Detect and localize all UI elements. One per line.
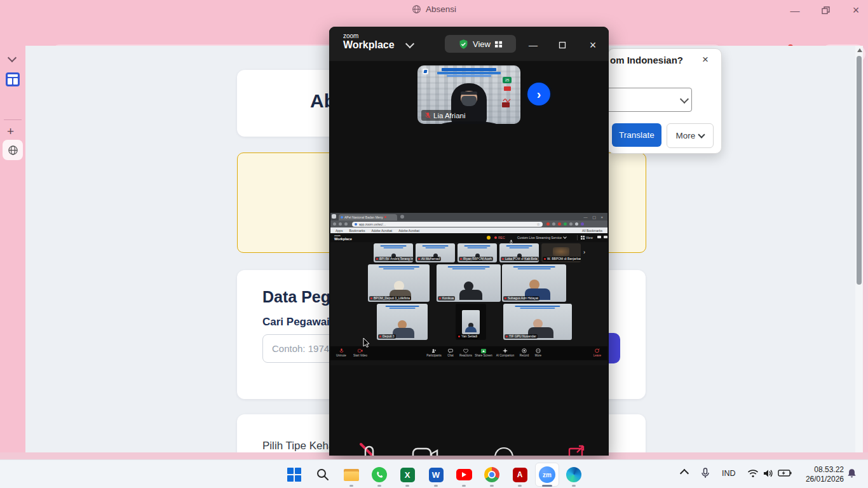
zoom-minimize-button[interactable]: — xyxy=(526,38,540,52)
zoom-unmute-button[interactable] xyxy=(355,442,386,456)
share-chat-control: Chat xyxy=(445,348,456,357)
tab-title-text: Absensi xyxy=(426,4,456,14)
share-unmute-control: Unmute xyxy=(333,348,349,357)
share-zoom-brand: zoom Workplace xyxy=(334,234,352,241)
tray-time: 08.53.22 xyxy=(799,465,844,475)
active-tab-title[interactable]: Absensi xyxy=(412,4,456,14)
window-close-button[interactable]: × xyxy=(848,3,864,17)
person-silhouette xyxy=(459,281,478,300)
new-tab-button[interactable]: + xyxy=(7,125,14,139)
share-participant-tile: Riyan BBPOM Aceh xyxy=(458,243,497,262)
excel-button[interactable]: X xyxy=(395,463,419,487)
share-address-row: app.zoom.us/wc/… ☆ xyxy=(330,220,607,227)
chrome-button[interactable] xyxy=(480,463,504,487)
share-camera-icons xyxy=(597,236,607,238)
share-warning-icon xyxy=(487,236,491,240)
zoom-maximize-button[interactable] xyxy=(555,38,569,52)
share-new-tab-icon xyxy=(400,215,404,219)
edge-button[interactable] xyxy=(562,463,586,487)
scrollbar-thumb[interactable] xyxy=(857,56,862,285)
share-participant-tile: Konikua xyxy=(437,264,501,302)
vertical-tab-strip: + xyxy=(0,46,25,452)
scrollbar-track[interactable] xyxy=(855,46,863,452)
more-button-label: More xyxy=(676,131,696,140)
running-indicator xyxy=(405,485,409,487)
zoom-start-video-button[interactable] xyxy=(410,446,438,456)
share-participant-tile: TIF GPU Nusandar xyxy=(503,304,572,340)
tray-mic-icon[interactable] xyxy=(700,467,710,480)
globe-icon xyxy=(412,4,421,14)
search-button[interactable] xyxy=(311,463,335,487)
window-minimize-button[interactable]: — xyxy=(787,3,803,17)
share-screen-control: Share Screen xyxy=(474,348,493,357)
file-explorer-button[interactable] xyxy=(339,463,363,487)
start-button[interactable] xyxy=(282,463,306,487)
share-view-control: View xyxy=(581,236,593,240)
running-indicator xyxy=(377,485,381,487)
tray-battery-icon[interactable] xyxy=(778,469,792,477)
tray-wifi-icon[interactable] xyxy=(747,468,759,478)
zoom-brand: zoom Workplace xyxy=(343,32,395,51)
participant-name-chip: Lia Afriani xyxy=(421,110,470,121)
bookmark-item: Adobe Acrobat xyxy=(398,229,419,233)
share-participant-tile: Subagus Adri Hidayat xyxy=(502,264,566,302)
restore-icon xyxy=(822,6,830,15)
youtube-button[interactable] xyxy=(452,463,476,487)
red-badge-logo xyxy=(504,86,511,91)
window-restore-button[interactable] xyxy=(817,3,834,17)
windows-logo-icon xyxy=(287,468,301,482)
running-indicator xyxy=(518,485,522,487)
zoom-close-button[interactable]: × xyxy=(586,38,600,52)
scroll-up-arrow[interactable] xyxy=(857,48,862,52)
translate-popup: om Indonesian? × Translate More xyxy=(607,48,722,154)
share-zoom-toolbar: Unmute Start Video Participants Chat Rea… xyxy=(330,346,607,360)
active-tab-favicon[interactable] xyxy=(3,140,23,160)
share-participant-tile: Yan Setiadi xyxy=(456,304,486,340)
zoom-taskbar-button[interactable]: zm xyxy=(535,463,559,487)
zoom-brand-chevron-icon[interactable] xyxy=(405,39,414,48)
acrobat-button[interactable]: A xyxy=(508,463,532,487)
background-banner xyxy=(437,68,501,77)
tray-date: 26/01/2026 xyxy=(799,475,844,484)
tray-volume-icon[interactable] xyxy=(763,468,774,478)
running-indicator xyxy=(572,485,576,487)
next-page-button[interactable]: › xyxy=(527,83,550,105)
tray-language-indicator[interactable]: IND xyxy=(722,469,736,478)
translate-button-label: Translate xyxy=(619,130,654,140)
popup-close-icon[interactable]: × xyxy=(698,53,712,67)
muted-mic-icon xyxy=(425,112,431,119)
zoom-app-icon: zm xyxy=(539,466,555,483)
share-lock-icon xyxy=(355,223,357,226)
share-bookmarks-bar: Apps Bookmarks Adobe Acrobat Adobe Acrob… xyxy=(330,227,607,233)
tray-expand-chevron[interactable] xyxy=(681,470,688,477)
tray-notification-bell[interactable] xyxy=(846,468,857,479)
tabs-divider xyxy=(4,119,22,120)
share-url-text: app.zoom.us/wc/… xyxy=(359,222,535,226)
shared-screen: APel Nasional Badan Meny — ▢ × app.zoom.… xyxy=(330,213,607,365)
zoom-reactions-button[interactable] xyxy=(493,446,515,456)
whatsapp-button[interactable] xyxy=(367,463,391,487)
word-button[interactable]: W xyxy=(424,463,448,487)
share-zoom-header: zoom Workplace REC Custom Live Streaming… xyxy=(330,233,607,242)
zoom-brand-top: zoom xyxy=(343,32,395,39)
share-reactions-control: Reactions xyxy=(458,348,474,357)
folder-icon xyxy=(344,469,359,481)
more-button[interactable]: More xyxy=(667,123,714,148)
search-icon xyxy=(316,468,330,482)
running-indicator xyxy=(462,485,466,487)
more-chevron-icon xyxy=(698,131,705,138)
workspace-tab-icon[interactable] xyxy=(6,72,20,86)
mouse-cursor xyxy=(363,337,370,350)
collapse-tabs-icon[interactable] xyxy=(8,53,17,62)
select-chevron-icon xyxy=(680,95,689,104)
tray-clock[interactable]: 08.53.22 26/01/2026 xyxy=(799,465,844,484)
running-indicator xyxy=(434,485,438,487)
share-participant-tile: Ali Muhamad xyxy=(416,243,455,262)
share-url-pill: app.zoom.us/wc/… ☆ xyxy=(352,222,543,227)
translate-button[interactable]: Translate xyxy=(612,123,661,147)
zoom-view-control[interactable]: View xyxy=(445,35,516,53)
whatsapp-icon xyxy=(372,467,387,482)
word-icon: W xyxy=(429,468,444,482)
zoom-share-screen-button[interactable] xyxy=(567,444,587,456)
share-window-controls: — ▢ × xyxy=(583,215,605,219)
